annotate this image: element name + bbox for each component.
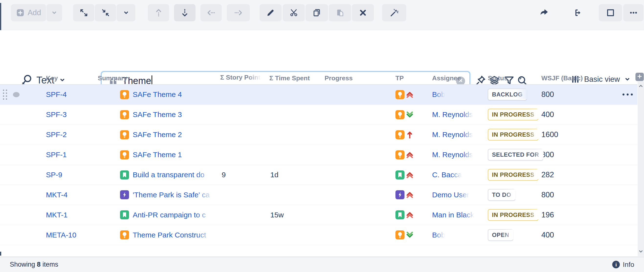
priority-highest-icon <box>406 191 414 199</box>
toolbar: Add <box>0 0 644 30</box>
status-badge[interactable]: IN PROGRESS <box>488 129 538 139</box>
share-button[interactable] <box>535 4 553 21</box>
table-header: Key Summary Σ Story Points Σ Time Spent … <box>0 72 638 85</box>
issue-key-link[interactable]: META-10 <box>46 231 76 239</box>
expand-options-button[interactable] <box>116 4 136 21</box>
drag-handle-icon[interactable] <box>3 90 7 100</box>
selection-dot-icon[interactable] <box>13 92 20 97</box>
issue-summary-link[interactable]: Build a transparent do <box>133 171 204 179</box>
column-header-time-spent[interactable]: Σ Time Spent <box>269 74 324 82</box>
issue-summary-link[interactable]: SAFe Theme 4 <box>133 90 182 99</box>
status-badge[interactable]: BACKLOG <box>488 89 527 99</box>
issue-summary-link[interactable]: SAFe Theme 1 <box>133 151 182 159</box>
column-header-assignee[interactable]: Assignee <box>432 74 488 82</box>
time-spent-value: 15w <box>269 211 324 219</box>
table-row[interactable]: SPF-2 SAFe Theme 2 M. Reynolds IN PROGRE… <box>0 125 638 145</box>
lightbulb-icon <box>120 150 129 159</box>
table-row[interactable]: SPF-3 SAFe Theme 3 M. Reynolds IN PROGRE… <box>0 105 638 125</box>
status-badge[interactable]: IN PROGRESS <box>488 209 538 219</box>
priority-lowest-icon <box>406 111 414 119</box>
row-actions-button[interactable] <box>618 93 638 95</box>
issue-key-link[interactable]: SPF-1 <box>46 151 67 159</box>
issue-key-link[interactable]: SP-9 <box>46 171 62 179</box>
copy-icon <box>312 8 321 17</box>
move-right-button[interactable] <box>227 4 250 21</box>
more-button[interactable] <box>623 4 644 21</box>
table-row[interactable]: SPF-1 SAFe Theme 1 M. Reynolds SELECTED … <box>0 145 638 165</box>
automation-button[interactable] <box>382 4 406 21</box>
issue-key-link[interactable]: MKT-1 <box>46 211 68 219</box>
column-header-progress[interactable]: Progress <box>324 74 396 82</box>
assignee-link[interactable]: M. Reynolds <box>432 110 473 118</box>
scroll-down-icon[interactable] <box>638 249 644 254</box>
column-header-tp[interactable]: TP <box>396 74 432 82</box>
add-column-button[interactable] <box>636 73 644 81</box>
info-icon: i <box>612 261 620 268</box>
status-badge[interactable]: IN PROGRESS <box>488 169 538 179</box>
assignee-link[interactable]: M. Reynolds <box>432 151 473 159</box>
assignee-link[interactable]: Demo User <box>432 191 469 199</box>
assignee-link[interactable]: M. Reynolds <box>432 130 473 139</box>
lightbulb-icon <box>120 230 129 239</box>
assignee-link[interactable]: Man in Black <box>432 211 474 219</box>
table-row[interactable]: SP-9 Build a transparent do 9 1d C. Bacc… <box>0 165 638 185</box>
structure-board: Add <box>0 0 644 272</box>
collapse-all-button[interactable] <box>95 4 116 21</box>
export-button[interactable] <box>569 4 587 21</box>
magic-wand-icon <box>390 8 398 17</box>
column-header-status[interactable]: Status <box>488 74 541 82</box>
issue-summary-link[interactable]: Theme Park Construct <box>133 231 206 239</box>
vertical-scrollbar[interactable] <box>638 81 644 256</box>
table-row[interactable]: MKT-4 'Theme Park is Safe' ca Demo User … <box>0 185 638 205</box>
paste-button[interactable] <box>329 4 351 21</box>
plus-box-icon <box>16 8 25 17</box>
table-row[interactable]: SPF-4 SAFe Theme 4 Bob BACKLOG 800 <box>0 85 638 105</box>
issue-summary-link[interactable]: Anti-PR campaign to c <box>133 211 206 219</box>
issue-summary-link[interactable]: SAFe Theme 2 <box>133 130 182 139</box>
move-left-button[interactable] <box>200 4 222 21</box>
items-count-number: 8 <box>37 261 40 268</box>
table-row[interactable]: MKT-1 Anti-PR campaign to c 15w Man in B… <box>0 205 638 225</box>
add-more-button[interactable] <box>46 4 62 21</box>
delete-button[interactable] <box>352 4 374 21</box>
copy-button[interactable] <box>306 4 328 21</box>
column-header-wsjf[interactable]: WSJF (Basic) <box>541 74 618 82</box>
issue-key-link[interactable]: MKT-4 <box>46 191 68 199</box>
bookmark-icon <box>120 210 129 219</box>
add-button[interactable]: Add <box>11 4 46 21</box>
arrow-right-dotted-icon <box>234 8 243 17</box>
cut-button[interactable] <box>283 4 305 21</box>
assignee-link[interactable]: Bob <box>432 90 445 98</box>
assignee-link[interactable]: Bob <box>432 231 445 239</box>
status-badge[interactable]: SELECTED FOR <box>488 149 543 159</box>
wsjf-value: 196 <box>541 211 618 219</box>
status-badge[interactable]: IN PROGRESS <box>488 109 538 119</box>
scissors-icon <box>289 8 298 17</box>
column-header-story-points[interactable]: Σ Story Points <box>220 74 261 81</box>
wsjf-value: 400 <box>541 231 618 239</box>
x-icon <box>358 8 367 17</box>
column-header-key[interactable]: Key <box>46 74 98 82</box>
bookmark-icon <box>120 170 129 180</box>
move-down-button[interactable] <box>174 4 196 21</box>
edit-button[interactable] <box>260 4 282 21</box>
issue-key-link[interactable]: SPF-2 <box>46 130 67 139</box>
scroll-up-icon[interactable] <box>638 83 644 89</box>
assignee-link[interactable]: C. Bacca <box>432 171 462 179</box>
issue-key-link[interactable]: SPF-3 <box>46 110 67 118</box>
table-row[interactable]: META-10 Theme Park Construct Bob OPEN 40… <box>0 225 638 245</box>
issue-summary-link[interactable]: SAFe Theme 3 <box>133 110 182 119</box>
issue-key-link[interactable]: SPF-4 <box>46 90 67 98</box>
fullscreen-button[interactable] <box>599 4 622 21</box>
status-badge[interactable]: OPEN <box>488 229 513 239</box>
status-badge[interactable]: TO DO <box>488 189 516 199</box>
move-up-button[interactable] <box>148 4 169 21</box>
lightbulb-icon <box>396 110 404 119</box>
expand-all-button[interactable] <box>73 4 94 21</box>
issue-summary-link[interactable]: 'Theme Park is Safe' ca <box>133 191 210 199</box>
arrow-left-dotted-icon <box>207 8 216 17</box>
add-button-label: Add <box>28 8 41 17</box>
lightbulb-icon <box>120 110 129 119</box>
column-header-summary[interactable]: Summary <box>98 74 220 82</box>
info-button[interactable]: i Info <box>612 261 634 268</box>
